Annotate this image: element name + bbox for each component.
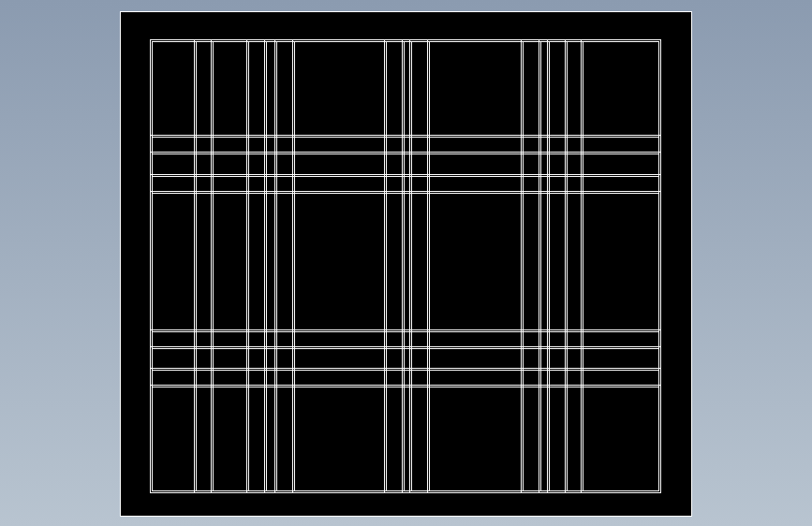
h-grid-line <box>150 135 661 136</box>
v-grid-line <box>194 39 195 493</box>
h-grid-line <box>152 348 659 349</box>
v-grid-line <box>583 41 583 491</box>
v-grid-line <box>404 41 405 491</box>
v-grid-line <box>549 41 550 491</box>
h-grid-line <box>152 331 659 332</box>
v-grid-line <box>521 39 522 493</box>
h-grid-line <box>152 137 659 138</box>
v-grid-line <box>409 39 410 493</box>
v-grid-line <box>411 41 412 491</box>
v-grid-line <box>539 39 539 493</box>
v-grid-line <box>427 39 428 493</box>
h-grid-line <box>152 370 659 371</box>
v-grid-line <box>266 41 267 491</box>
v-grid-line <box>264 39 265 493</box>
v-grid-line <box>429 41 430 491</box>
v-grid-line <box>547 39 548 493</box>
v-grid-line <box>565 39 566 493</box>
h-grid-line <box>152 193 659 194</box>
v-grid-line <box>211 39 212 493</box>
v-grid-line <box>523 41 524 491</box>
h-grid-line <box>150 329 661 330</box>
cad-canvas[interactable] <box>120 11 692 517</box>
v-grid-line <box>248 41 249 491</box>
h-grid-line <box>152 153 659 154</box>
h-grid-line <box>150 385 661 386</box>
v-grid-line <box>246 39 247 493</box>
v-grid-line <box>294 41 295 491</box>
h-grid-line <box>150 174 661 175</box>
v-grid-line <box>213 41 214 491</box>
v-grid-line <box>567 41 568 491</box>
h-grid-line <box>152 387 659 387</box>
v-grid-line <box>540 41 541 491</box>
h-grid-line <box>150 346 661 347</box>
v-grid-line <box>292 39 293 493</box>
v-grid-line <box>402 39 403 493</box>
v-grid-line <box>384 39 385 493</box>
h-grid-line <box>150 191 661 192</box>
h-grid-line <box>150 152 661 153</box>
h-grid-line <box>150 368 661 369</box>
v-grid-line <box>274 39 275 493</box>
v-grid-line <box>196 41 197 491</box>
v-grid-line <box>386 41 387 491</box>
v-grid-line <box>276 41 277 491</box>
v-grid-line <box>581 39 582 493</box>
h-grid-line <box>152 176 659 177</box>
